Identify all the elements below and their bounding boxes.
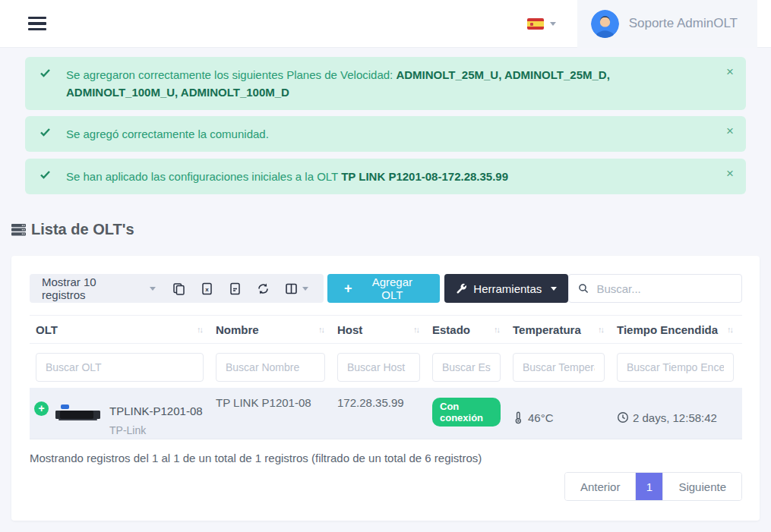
- avatar: [591, 10, 619, 38]
- top-navbar: Soporte AdminOLT: [0, 0, 771, 48]
- filter-nombre-input[interactable]: [216, 353, 325, 382]
- wrench-icon: [456, 283, 467, 294]
- sort-icon[interactable]: ↑↓: [727, 325, 732, 334]
- column-header-host[interactable]: Host↑↓: [331, 316, 426, 343]
- host-cell: 172.28.35.99: [331, 388, 426, 439]
- alert-message: Se han aplicado las configuraciones inic…: [66, 168, 713, 185]
- nombre-cell: TP LINK P1201-08: [210, 388, 331, 439]
- excel-export-button[interactable]: x: [193, 279, 221, 298]
- columns-icon: [285, 282, 298, 295]
- excel-file-icon: x: [201, 282, 213, 295]
- status-badge: Con conexión: [432, 398, 501, 427]
- chevron-down-icon: [302, 287, 308, 291]
- search-icon: [578, 282, 589, 294]
- previous-page-button[interactable]: Anterior: [565, 473, 636, 500]
- close-icon[interactable]: ×: [726, 65, 734, 80]
- check-icon: [40, 128, 50, 137]
- table-row[interactable]: + TPLINK-P1201-08 TP-Link TP LINK P1201-…: [30, 388, 742, 439]
- page-title: Lista de OLT's: [31, 221, 134, 238]
- column-visibility-button[interactable]: [277, 279, 316, 298]
- table-info: Mostrando registros del 1 al 1 de un tot…: [30, 452, 742, 464]
- next-page-button[interactable]: Siguiente: [662, 473, 741, 500]
- user-menu[interactable]: Soporte AdminOLT: [577, 0, 757, 48]
- olt-name: TPLINK-P1201-08: [109, 405, 203, 417]
- filter-olt-input[interactable]: [36, 353, 204, 382]
- table-controls: Mostrar 10 registros x: [30, 274, 324, 303]
- plus-icon: +: [344, 281, 352, 297]
- success-alert-comunidad: Se agregó correctamente la comunidad. ×: [25, 116, 746, 152]
- table-header-row: OLT↑↓ Nombre↑↓ Host↑↓ Estado↑↓ Temperatu…: [30, 315, 742, 344]
- filter-temperatura-input[interactable]: [513, 353, 605, 382]
- close-icon[interactable]: ×: [726, 166, 734, 181]
- column-header-olt[interactable]: OLT↑↓: [30, 316, 210, 343]
- tools-dropdown-button[interactable]: Herramientas: [444, 274, 568, 303]
- table-filter-row: [30, 344, 742, 388]
- close-icon[interactable]: ×: [726, 124, 734, 139]
- alert-message: Se agregó correctamente la comunidad.: [66, 125, 713, 143]
- sort-icon[interactable]: ↑↓: [494, 325, 499, 334]
- alert-message: Se agregaron correctamente los siguiente…: [66, 66, 713, 101]
- refresh-button[interactable]: [249, 279, 277, 298]
- column-header-tiempo-encendida[interactable]: Tiempo Encendida↑↓: [611, 316, 740, 343]
- olt-list-card: Mostrar 10 registros x: [11, 256, 760, 521]
- thermometer-icon: [513, 411, 524, 424]
- sort-icon[interactable]: ↑↓: [598, 325, 603, 334]
- table-toolbar: Mostrar 10 registros x: [30, 274, 742, 303]
- filter-host-input[interactable]: [337, 353, 420, 382]
- chevron-down-icon: [551, 287, 557, 291]
- pagination-row: Anterior 1 Siguiente: [30, 472, 742, 501]
- olt-cell: + TPLINK-P1201-08 TP-Link: [30, 388, 210, 439]
- filter-estado-input[interactable]: [432, 353, 501, 382]
- estado-cell: Con conexión: [426, 388, 507, 439]
- page-number-button[interactable]: 1: [635, 473, 662, 500]
- olt-device-image: [55, 405, 100, 423]
- column-header-temperatura[interactable]: Temperatura↑↓: [507, 316, 611, 343]
- expand-row-button[interactable]: +: [34, 401, 49, 416]
- svg-text:x: x: [205, 285, 209, 292]
- chevron-down-icon: [150, 287, 156, 291]
- search-input[interactable]: [596, 282, 732, 295]
- success-alert-planes: Se agregaron correctamente los siguiente…: [25, 57, 746, 110]
- column-header-nombre[interactable]: Nombre↑↓: [210, 316, 331, 343]
- olt-brand: TP-Link: [109, 424, 203, 436]
- filter-tiempo-input[interactable]: [617, 353, 734, 382]
- clock-icon: [617, 411, 629, 423]
- menu-toggle-button[interactable]: [25, 14, 49, 34]
- server-icon: [11, 224, 26, 236]
- copy-icon: [172, 282, 185, 295]
- check-icon: [40, 171, 50, 179]
- sort-icon[interactable]: ↑↓: [413, 325, 419, 334]
- column-header-estado[interactable]: Estado↑↓: [426, 316, 507, 343]
- user-name: Soporte AdminOLT: [629, 16, 738, 31]
- chevron-down-icon: [550, 22, 556, 26]
- table-search: [568, 274, 742, 303]
- hamburger-icon: [28, 17, 46, 20]
- language-selector[interactable]: [527, 18, 556, 30]
- check-icon: [40, 69, 50, 77]
- file-icon: [229, 282, 242, 295]
- add-olt-button[interactable]: + Agregar OLT: [327, 274, 440, 303]
- pagination: Anterior 1 Siguiente: [564, 472, 742, 501]
- copy-button[interactable]: [165, 279, 193, 298]
- success-alert-configuraciones: Se han aplicado las configuraciones inic…: [25, 159, 746, 194]
- tiempo-cell: 2 days, 12:58:42: [611, 388, 740, 439]
- olt-names: TPLINK-P1201-08 TP-Link: [109, 405, 203, 436]
- olt-table: OLT↑↓ Nombre↑↓ Host↑↓ Estado↑↓ Temperatu…: [30, 315, 742, 439]
- spain-flag-icon: [527, 18, 544, 30]
- file-export-button[interactable]: [221, 279, 249, 298]
- main-content: Se agregaron correctamente los siguiente…: [0, 57, 771, 521]
- show-entries-dropdown[interactable]: Mostrar 10 registros: [42, 275, 156, 301]
- sort-icon[interactable]: ↑↓: [197, 325, 202, 334]
- export-buttons: x: [165, 279, 316, 298]
- sort-icon[interactable]: ↑↓: [318, 325, 324, 334]
- temperatura-cell: 46°C: [507, 388, 611, 439]
- page-header: Lista de OLT's: [11, 221, 760, 238]
- refresh-icon: [257, 282, 270, 295]
- navbar-right: Soporte AdminOLT: [527, 0, 757, 47]
